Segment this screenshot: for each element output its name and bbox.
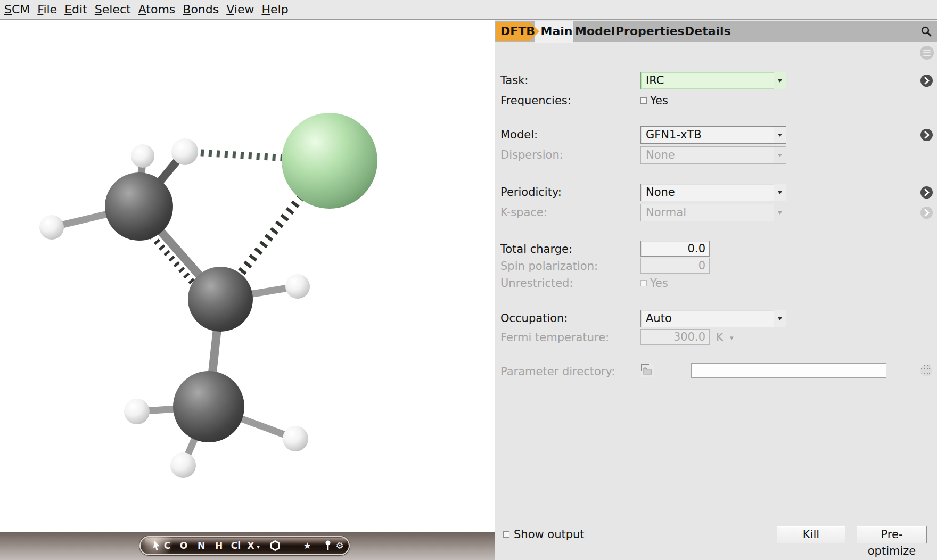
unrestricted-checkbox-label: Yes bbox=[650, 277, 668, 290]
kill-button[interactable]: Kill bbox=[777, 526, 845, 543]
element-cl-button[interactable]: Cl bbox=[231, 537, 241, 554]
molecule-viewer[interactable]: C O N H Cl X ▾ ★ ⚙ bbox=[0, 20, 495, 560]
kspace-label: K-space: bbox=[500, 206, 547, 219]
kspace-select[interactable]: Normal bbox=[640, 204, 786, 221]
model-select[interactable]: GFN1-xTB bbox=[640, 126, 786, 144]
menubar: SCM File Edit Select Atoms Bonds View He… bbox=[0, 0, 937, 20]
folder-browse-button[interactable] bbox=[641, 364, 654, 377]
chevron-down-icon[interactable] bbox=[774, 127, 786, 143]
element-dropdown-icon[interactable]: ▾ bbox=[257, 539, 259, 555]
model-detail-arrow[interactable] bbox=[920, 129, 933, 141]
element-o-button[interactable]: O bbox=[180, 537, 187, 554]
menu-bonds[interactable]: Bonds bbox=[183, 3, 219, 16]
fermi-temperature-input[interactable]: 300.0 bbox=[640, 329, 710, 345]
parameter-directory-input[interactable] bbox=[691, 363, 886, 378]
periodicity-detail-arrow[interactable] bbox=[920, 186, 933, 199]
chevron-down-icon[interactable] bbox=[774, 184, 786, 201]
dispersion-select[interactable]: None bbox=[640, 146, 786, 164]
dispersion-label: Dispersion: bbox=[500, 149, 563, 161]
element-h-button[interactable]: H bbox=[215, 537, 223, 554]
atom-Cl[interactable] bbox=[282, 113, 377, 209]
atom-C[interactable] bbox=[188, 267, 253, 332]
molecule-canvas[interactable] bbox=[0, 20, 495, 560]
frequencies-checkbox-label: Yes bbox=[650, 94, 668, 107]
task-label: Task: bbox=[500, 74, 528, 87]
tab-main[interactable]: Main bbox=[535, 21, 573, 43]
fermi-unit-label[interactable]: K bbox=[716, 331, 724, 344]
dftb-panel: Main DFTB Model Properties Details Task:… bbox=[495, 20, 937, 560]
atom-H[interactable] bbox=[124, 399, 150, 424]
menu-scm[interactable]: SCM bbox=[4, 3, 30, 16]
chevron-down-icon bbox=[774, 147, 786, 163]
spin-polarization-input[interactable]: 0 bbox=[640, 258, 710, 274]
parameter-directory-help-icon bbox=[920, 365, 932, 376]
menu-atoms[interactable]: Atoms bbox=[138, 3, 176, 16]
unrestricted-label: Unrestricted: bbox=[500, 277, 573, 290]
show-output-label: Show output bbox=[514, 528, 585, 541]
frequencies-checkbox[interactable] bbox=[640, 97, 647, 104]
unrestricted-checkbox[interactable] bbox=[640, 280, 647, 286]
tab-details[interactable]: Details bbox=[685, 21, 731, 42]
total-charge-label: Total charge: bbox=[500, 243, 572, 256]
task-select[interactable]: IRC bbox=[640, 72, 786, 89]
menu-select[interactable]: Select bbox=[95, 3, 131, 16]
menu-file[interactable]: File bbox=[37, 3, 57, 16]
total-charge-input[interactable]: 0.0 bbox=[640, 241, 710, 257]
tab-properties[interactable]: Properties bbox=[615, 21, 685, 42]
occupation-label: Occupation: bbox=[500, 312, 568, 325]
viewer-toolbar: C O N H Cl X ▾ ★ ⚙ bbox=[139, 536, 350, 555]
search-icon[interactable] bbox=[920, 26, 932, 37]
star-icon[interactable]: ★ bbox=[303, 537, 311, 554]
kspace-detail-arrow bbox=[920, 207, 933, 219]
occupation-select[interactable]: Auto bbox=[640, 310, 786, 327]
chevron-down-icon[interactable] bbox=[774, 310, 786, 327]
panel-menu-icon[interactable] bbox=[920, 46, 934, 60]
module-tab-dftb[interactable]: DFTB bbox=[496, 22, 539, 41]
atom-C[interactable] bbox=[173, 371, 244, 442]
atom-H[interactable] bbox=[39, 215, 64, 240]
element-n-button[interactable]: N bbox=[198, 537, 205, 554]
preoptimize-button[interactable]: Pre-optimize bbox=[857, 526, 927, 543]
parameter-directory-label: Parameter directory: bbox=[500, 365, 615, 378]
gear-icon[interactable]: ⚙ bbox=[335, 537, 343, 554]
atom-H[interactable] bbox=[285, 274, 310, 299]
periodicity-select[interactable]: None bbox=[640, 184, 786, 201]
chevron-down-icon bbox=[774, 204, 786, 221]
task-detail-arrow[interactable] bbox=[920, 75, 933, 87]
show-output-checkbox[interactable] bbox=[503, 531, 509, 538]
spin-polarization-label: Spin polarization: bbox=[500, 260, 598, 273]
menu-help[interactable]: Help bbox=[261, 3, 288, 16]
frequencies-label: Frequencies: bbox=[500, 94, 571, 107]
tab-model[interactable]: Model bbox=[575, 21, 615, 42]
model-label: Model: bbox=[500, 128, 538, 141]
atom-H[interactable] bbox=[171, 138, 198, 165]
menu-edit[interactable]: Edit bbox=[64, 3, 87, 16]
chevron-down-icon[interactable] bbox=[774, 72, 786, 89]
periodicity-label: Periodicity: bbox=[500, 186, 562, 199]
element-x-button[interactable]: X bbox=[247, 537, 254, 554]
tabstrip: Main DFTB Model Properties Details bbox=[495, 21, 937, 42]
fermi-unit-dropdown-icon[interactable]: ▾ bbox=[730, 334, 734, 342]
atom-C[interactable] bbox=[105, 172, 173, 241]
atom-H[interactable] bbox=[170, 452, 196, 478]
menu-view[interactable]: View bbox=[226, 3, 254, 16]
atom-H[interactable] bbox=[131, 144, 154, 168]
element-c-button[interactable]: C bbox=[164, 537, 170, 554]
atom-H[interactable] bbox=[283, 426, 308, 451]
fermi-temperature-label: Fermi temperature: bbox=[500, 331, 609, 344]
